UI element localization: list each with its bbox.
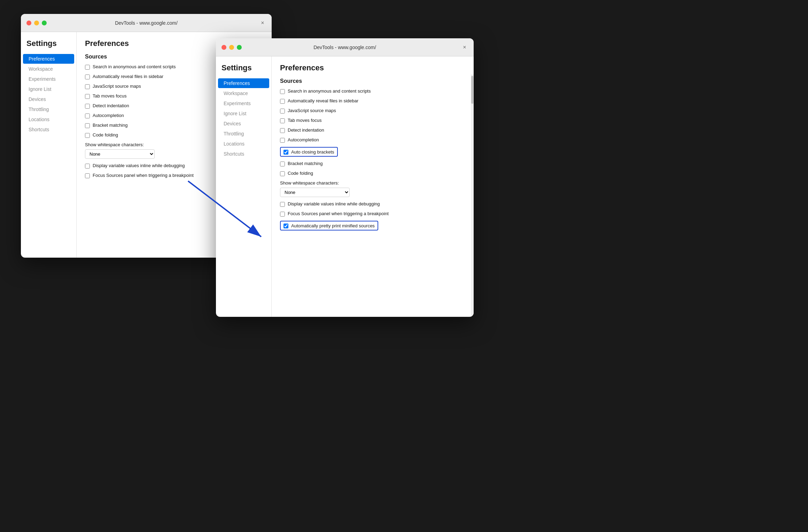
checkbox-input-2-9[interactable] [280,171,285,176]
checkbox-label-1: Search in anonymous and content scripts [93,64,176,69]
checkbox-input-2-11[interactable] [280,212,285,217]
checkbox-reveal-2: Automatically reveal files in sidebar [280,98,465,104]
checkbox-label-2-4: Tab moves focus [288,118,322,123]
sidebar-item-devices-1[interactable]: Devices [23,94,74,104]
checkbox-label-2-5: Detect indentation [288,127,324,133]
select-wrapper-2: None All Trailing [280,188,465,197]
checkbox-label-8: Code folding [93,132,118,138]
sidebar-2: Settings Preferences Workspace Experimen… [216,56,272,317]
checkbox-display-2: Display variable values inline while deb… [280,201,465,207]
title-bar-1: DevTools - www.google.com/ × [21,14,272,32]
sidebar-item-throttling-1[interactable]: Throttling [23,104,74,114]
sidebar-item-throttling-2[interactable]: Throttling [218,129,269,139]
checkbox-label-2-7: Auto closing brackets [291,149,334,155]
checkbox-auto-2: Autocompletion [280,137,465,143]
checkbox-label-4: Tab moves focus [93,93,127,99]
checkbox-label-2: Automatically reveal files in sidebar [93,74,163,79]
checkbox-input-2-1[interactable] [280,89,285,94]
sidebar-item-shortcuts-1[interactable]: Shortcuts [23,125,74,134]
sidebar-item-experiments-1[interactable]: Experiments [23,74,74,84]
checkbox-label-2-9: Code folding [288,171,313,176]
checkbox-input-2-12[interactable] [283,224,288,228]
sidebar-item-locations-2[interactable]: Locations [218,139,269,149]
checkbox-input-2-4[interactable] [280,118,285,123]
maximize-button-1[interactable] [42,21,47,25]
checkbox-input-2-8[interactable] [280,162,285,166]
checkbox-label-7: Bracket matching [93,123,127,128]
checkbox-label-2-2: Automatically reveal files in sidebar [288,98,358,103]
checkbox-input-4[interactable] [85,94,90,99]
checkbox-prettyprint-2: Automatically pretty print minified sour… [280,221,465,230]
checkbox-focus-2: Focus Sources panel when triggering a br… [280,211,465,217]
settings-body-2: Settings Preferences Workspace Experimen… [216,56,474,317]
checkbox-input-9[interactable] [85,164,90,169]
whitespace-label-2: Show whitespace characters: [280,180,465,186]
checkbox-input-8[interactable] [85,133,90,138]
sidebar-title-2: Settings [216,63,271,78]
sidebar-item-preferences-1[interactable]: Preferences [23,54,74,64]
close-button-2[interactable] [222,45,226,50]
highlighted-prettyprint: Automatically pretty print minified sour… [280,221,378,230]
sidebar-item-devices-2[interactable]: Devices [218,119,269,128]
settings-close-1[interactable]: × [259,19,266,26]
highlighted-autoclosing: Auto closing brackets [280,147,338,157]
checkbox-input-2-6[interactable] [280,138,285,143]
checkbox-input-1[interactable] [85,65,90,70]
checkbox-label-3: JavaScript source maps [93,84,141,89]
sidebar-title-1: Settings [21,39,76,54]
checkbox-label-2-1: Search in anonymous and content scripts [288,88,371,94]
close-button-1[interactable] [26,21,31,25]
sidebar-item-ignorelist-2[interactable]: Ignore List [218,109,269,118]
window-2: DevTools - www.google.com/ × Settings Pr… [216,38,474,317]
maximize-button-2[interactable] [237,45,242,50]
sidebar-1: Settings Preferences Workspace Experimen… [21,32,77,258]
sidebar-item-workspace-2[interactable]: Workspace [218,88,269,98]
checkbox-anonymous-2: Search in anonymous and content scripts [280,88,465,94]
checkbox-input-10[interactable] [85,173,90,178]
minimize-button-2[interactable] [229,45,234,50]
checkbox-label-10: Focus Sources panel when triggering a br… [93,173,194,178]
section-title-2: Preferences [280,63,465,72]
window-title-1: DevTools - www.google.com/ [115,20,178,26]
traffic-lights-2 [222,45,242,50]
sidebar-item-workspace-1[interactable]: Workspace [23,64,74,74]
checkbox-input-2-3[interactable] [280,109,285,114]
main-content-2: Preferences Sources Search in anonymous … [272,56,474,317]
checkbox-input-2-10[interactable] [280,202,285,207]
checkbox-input-2-5[interactable] [280,128,285,133]
sources-heading-2: Sources [280,78,465,84]
checkbox-input-2-7[interactable] [283,150,288,155]
checkbox-input-2[interactable] [85,75,90,79]
sidebar-item-locations-1[interactable]: Locations [23,115,74,124]
sidebar-item-preferences-2[interactable]: Preferences [218,78,269,88]
checkbox-label-2-12: Automatically pretty print minified sour… [291,223,375,228]
checkbox-label-5: Detect indentation [93,103,129,108]
checkbox-input-6[interactable] [85,114,90,118]
checkbox-sourcemaps-2: JavaScript source maps [280,108,465,114]
checkbox-label-2-11: Focus Sources panel when triggering a br… [288,211,389,216]
checkbox-label-2-3: JavaScript source maps [288,108,336,113]
checkbox-label-9: Display variable values inline while deb… [93,163,185,168]
checkbox-label-2-6: Autocompletion [288,137,319,142]
whitespace-select-2[interactable]: None All Trailing [280,188,350,197]
window-title-2: DevTools - www.google.com/ [313,45,376,50]
checkbox-indent-2: Detect indentation [280,127,465,133]
checkbox-label-6: Autocompletion [93,113,124,118]
sidebar-item-ignorelist-1[interactable]: Ignore List [23,84,74,94]
minimize-button-1[interactable] [34,21,39,25]
traffic-lights-1 [26,21,47,25]
checkbox-input-7[interactable] [85,123,90,128]
checkbox-autoclosing-2: Auto closing brackets [280,147,465,157]
title-bar-2: DevTools - www.google.com/ × [216,38,474,56]
checkbox-bracket-2: Bracket matching [280,161,465,166]
sidebar-item-experiments-2[interactable]: Experiments [218,99,269,108]
whitespace-select-1[interactable]: None All Trailing [85,149,155,159]
sidebar-item-shortcuts-2[interactable]: Shortcuts [218,149,269,159]
checkbox-input-5[interactable] [85,104,90,109]
scrollbar-thumb-2 [471,76,473,104]
scrollbar-2[interactable] [471,75,474,317]
settings-close-2[interactable]: × [461,44,468,51]
checkbox-input-3[interactable] [85,84,90,89]
checkbox-input-2-2[interactable] [280,99,285,104]
checkbox-folding-2: Code folding [280,171,465,176]
